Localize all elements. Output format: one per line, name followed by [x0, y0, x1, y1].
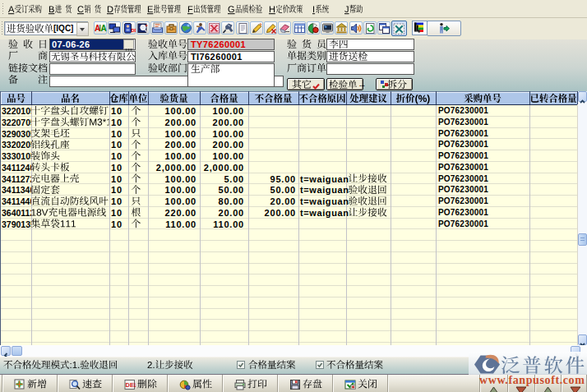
svg-text:A: A [95, 24, 100, 33]
svg-text:DEL: DEL [126, 381, 136, 389]
svg-text:A: A [101, 24, 107, 33]
svg-text:DEL: DEL [131, 28, 136, 33]
